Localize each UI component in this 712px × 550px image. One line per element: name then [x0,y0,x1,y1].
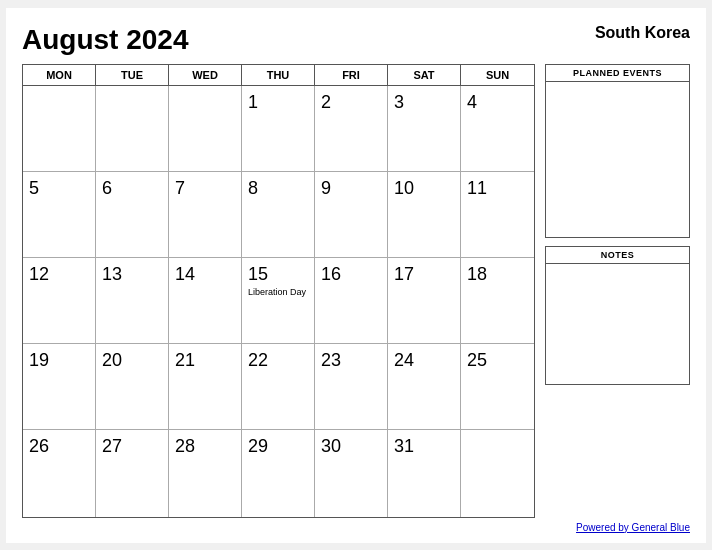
day-number: 27 [102,436,122,458]
day-number: 6 [102,178,112,200]
day-number: 16 [321,264,341,286]
planned-events-box: PLANNED EVENTS [545,64,690,238]
day-number: 28 [175,436,195,458]
calendar-cell-26: 26 [23,430,96,516]
day-number: 2 [321,92,331,114]
calendar: MONTUEWEDTHUFRISATSUN 123456789101112131… [22,64,535,518]
calendar-cell-2: 2 [315,86,388,172]
day-number: 31 [394,436,414,458]
calendar-cell-empty [169,86,242,172]
calendar-cell-28: 28 [169,430,242,516]
calendar-cell-17: 17 [388,258,461,344]
calendar-cell-14: 14 [169,258,242,344]
calendar-cell-1: 1 [242,86,315,172]
day-number: 5 [29,178,39,200]
day-number: 20 [102,350,122,372]
calendar-cell-22: 22 [242,344,315,430]
day-header-mon: MON [23,65,96,85]
calendar-cell-23: 23 [315,344,388,430]
day-number: 19 [29,350,49,372]
calendar-cell-12: 12 [23,258,96,344]
day-header-thu: THU [242,65,315,85]
notes-title: NOTES [546,247,689,264]
day-number: 21 [175,350,195,372]
calendar-cell-21: 21 [169,344,242,430]
calendar-cell-8: 8 [242,172,315,258]
calendar-cell-20: 20 [96,344,169,430]
country-label: South Korea [595,24,690,42]
calendar-grid: 123456789101112131415Liberation Day16171… [23,86,534,517]
calendar-cell-27: 27 [96,430,169,516]
sidebar: PLANNED EVENTS NOTES [545,64,690,518]
day-number: 13 [102,264,122,286]
header: August 2024 South Korea [22,24,690,56]
day-number: 25 [467,350,487,372]
notes-content [546,264,689,384]
day-header-sun: SUN [461,65,534,85]
day-header-wed: WED [169,65,242,85]
day-number: 29 [248,436,268,458]
day-number: 7 [175,178,185,200]
calendar-cell-9: 9 [315,172,388,258]
day-headers: MONTUEWEDTHUFRISATSUN [23,65,534,86]
calendar-cell-10: 10 [388,172,461,258]
calendar-cell-empty [23,86,96,172]
day-number: 24 [394,350,414,372]
page-title: August 2024 [22,24,189,56]
calendar-cell-3: 3 [388,86,461,172]
calendar-cell-5: 5 [23,172,96,258]
calendar-cell-13: 13 [96,258,169,344]
page: August 2024 South Korea MONTUEWEDTHUFRIS… [6,8,706,543]
calendar-cell-6: 6 [96,172,169,258]
day-number: 3 [394,92,404,114]
footer: Powered by General Blue [22,522,690,533]
day-number: 15 [248,264,268,286]
calendar-cell-7: 7 [169,172,242,258]
calendar-cell-31: 31 [388,430,461,516]
day-number: 11 [467,178,487,200]
day-number: 8 [248,178,258,200]
day-number: 1 [248,92,258,114]
notes-box: NOTES [545,246,690,385]
day-header-sat: SAT [388,65,461,85]
planned-events-content [546,82,689,237]
day-header-fri: FRI [315,65,388,85]
day-number: 18 [467,264,487,286]
calendar-cell-16: 16 [315,258,388,344]
powered-by-link[interactable]: Powered by General Blue [576,522,690,533]
calendar-cell-19: 19 [23,344,96,430]
day-number: 30 [321,436,341,458]
main-content: MONTUEWEDTHUFRISATSUN 123456789101112131… [22,64,690,518]
planned-events-title: PLANNED EVENTS [546,65,689,82]
day-number: 12 [29,264,49,286]
calendar-cell-29: 29 [242,430,315,516]
calendar-cell-30: 30 [315,430,388,516]
calendar-cell-empty [461,430,534,516]
calendar-cell-11: 11 [461,172,534,258]
day-header-tue: TUE [96,65,169,85]
calendar-cell-24: 24 [388,344,461,430]
day-number: 9 [321,178,331,200]
day-number: 26 [29,436,49,458]
calendar-cell-18: 18 [461,258,534,344]
calendar-cell-empty [96,86,169,172]
day-number: 4 [467,92,477,114]
day-number: 14 [175,264,195,286]
calendar-cell-25: 25 [461,344,534,430]
event-label-15: Liberation Day [248,287,306,298]
calendar-cell-4: 4 [461,86,534,172]
day-number: 17 [394,264,414,286]
day-number: 10 [394,178,414,200]
day-number: 23 [321,350,341,372]
day-number: 22 [248,350,268,372]
calendar-cell-15: 15Liberation Day [242,258,315,344]
